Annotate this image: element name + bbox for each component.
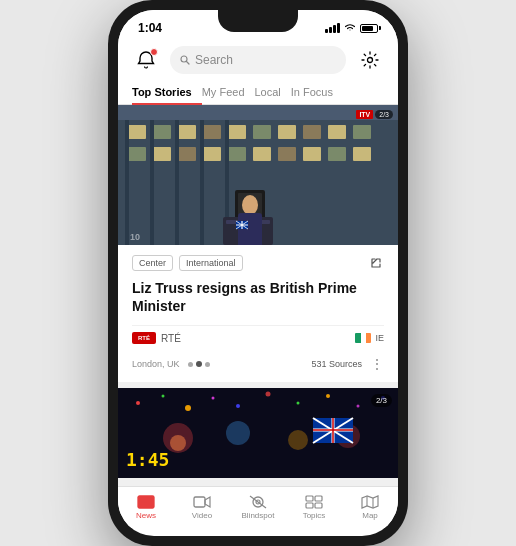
card-1-body: Center International Liz Truss resigns a…: [118, 245, 398, 382]
sources-count: 531 Sources: [311, 359, 362, 369]
map-nav-label: Map: [362, 511, 378, 520]
signal-bar-3: [333, 25, 336, 33]
external-link-button[interactable]: [368, 255, 384, 271]
card-source: RTÉ RTÉ IE: [132, 325, 384, 350]
notification-button[interactable]: [132, 46, 160, 74]
svg-point-44: [136, 401, 140, 405]
nav-item-video[interactable]: Video: [174, 495, 230, 520]
card-tags: Center International: [132, 255, 384, 271]
signal-bars: [325, 23, 340, 33]
tab-top-stories[interactable]: Top Stories: [132, 80, 202, 104]
blindspot-nav-label: Blindspot: [242, 511, 275, 520]
svg-rect-27: [175, 120, 179, 245]
external-link-icon: [370, 257, 382, 269]
main-content: 10 ITV 2/3 L 31% C 44% R 25%: [118, 105, 398, 486]
video-icon: [193, 495, 211, 509]
nav-tabs: Top Stories My Feed Local In Focus: [118, 80, 398, 105]
topics-nav-icon: [305, 495, 323, 509]
tab-local[interactable]: Local: [255, 80, 291, 104]
settings-button[interactable]: [356, 46, 384, 74]
svg-point-2: [368, 58, 373, 63]
svg-rect-28: [200, 120, 204, 245]
tag-international[interactable]: International: [179, 255, 243, 271]
svg-point-57: [288, 430, 308, 450]
signal-bar-1: [325, 29, 328, 33]
ie-label: IE: [375, 333, 384, 343]
svg-point-45: [162, 395, 165, 398]
svg-rect-12: [303, 125, 321, 139]
svg-line-1: [187, 62, 190, 65]
search-bar[interactable]: Search: [170, 46, 346, 74]
svg-rect-77: [315, 503, 322, 508]
card-1-title: Liz Truss resigns as British Prime Minis…: [132, 279, 384, 315]
slide-counter-1: 2/3: [375, 110, 393, 119]
dot-1: [188, 362, 193, 367]
more-options-button[interactable]: ⋮: [370, 356, 384, 372]
topics-icon: [305, 495, 323, 509]
svg-point-47: [212, 397, 215, 400]
svg-rect-76: [306, 503, 313, 508]
top-bar: Search: [118, 40, 398, 80]
svg-rect-7: [178, 125, 196, 139]
card-footer: London, UK 531 Sources ⋮: [132, 350, 384, 372]
svg-point-56: [226, 421, 250, 445]
status-time: 1:04: [138, 21, 162, 35]
news-icon: [137, 495, 155, 509]
nav-item-blindspot[interactable]: Blindspot: [230, 495, 286, 520]
svg-point-51: [326, 394, 330, 398]
dot-3: [205, 362, 210, 367]
svg-rect-9: [228, 125, 246, 139]
tag-center[interactable]: Center: [132, 255, 173, 271]
map-icon: [361, 495, 379, 509]
svg-rect-23: [328, 147, 346, 161]
nav-item-map[interactable]: Map: [342, 495, 398, 520]
topics-nav-label: Topics: [303, 511, 326, 520]
tab-in-focus[interactable]: In Focus: [291, 80, 343, 104]
svg-rect-8: [203, 125, 221, 139]
itv-badge: ITV 2/3: [356, 110, 393, 119]
status-bar: 1:04: [118, 10, 398, 40]
battery-icon: [360, 24, 378, 33]
video-nav-label: Video: [192, 511, 212, 520]
tab-my-feed[interactable]: My Feed: [202, 80, 255, 104]
signal-bar-4: [337, 23, 340, 33]
svg-rect-17: [178, 147, 196, 161]
svg-rect-5: [128, 125, 146, 139]
svg-rect-24: [353, 147, 371, 161]
svg-rect-15: [128, 147, 146, 161]
source-left: RTÉ RTÉ: [132, 332, 181, 344]
svg-rect-74: [306, 496, 313, 501]
itv-logo: ITV: [356, 110, 373, 119]
svg-rect-19: [228, 147, 246, 161]
blindspot-nav-icon: [249, 495, 267, 509]
svg-rect-10: [253, 125, 271, 139]
svg-rect-22: [303, 147, 321, 161]
svg-point-55: [170, 435, 186, 451]
nav-item-news[interactable]: News: [118, 495, 174, 520]
svg-rect-75: [315, 496, 322, 501]
nav-item-topics[interactable]: Topics: [286, 495, 342, 520]
search-icon: [180, 55, 190, 65]
source-right: IE: [355, 333, 384, 343]
card-2-image[interactable]: 1:45 2/3: [118, 388, 398, 478]
notch: [218, 10, 298, 32]
phone-frame: 1:04: [108, 0, 408, 546]
wifi-icon: [344, 22, 356, 34]
svg-rect-70: [194, 497, 205, 507]
svg-point-35: [242, 195, 258, 215]
ie-flag: [355, 333, 371, 343]
blindspot-icon: [249, 495, 267, 509]
svg-rect-14: [353, 125, 371, 139]
dot-2: [196, 361, 202, 367]
dot-indicators: [188, 361, 210, 367]
news-card-2: 1:45 2/3: [118, 388, 398, 478]
svg-rect-18: [203, 147, 221, 161]
svg-point-50: [297, 402, 300, 405]
slide-counter-2: 2/3: [371, 394, 392, 407]
svg-rect-21: [278, 147, 296, 161]
card-1-image[interactable]: 10 ITV 2/3 L 31% C 44% R 25%: [118, 105, 398, 245]
svg-rect-13: [328, 125, 346, 139]
svg-text:10: 10: [130, 232, 140, 242]
rte-logo: RTÉ: [132, 332, 156, 344]
svg-point-52: [357, 405, 360, 408]
